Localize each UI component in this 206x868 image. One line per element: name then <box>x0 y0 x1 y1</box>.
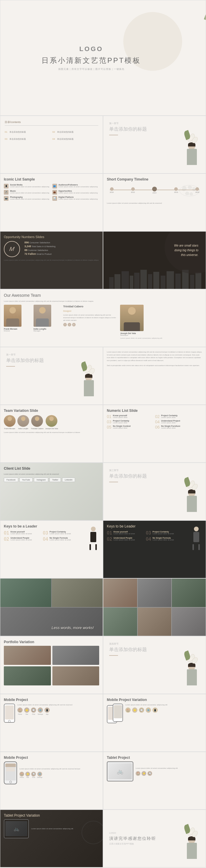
mobile2-desc: Lorem ipsum dolor sit amet consectetur a… <box>20 768 80 778</box>
member-1: Frank Moraan Director <box>4 305 31 339</box>
section1-line <box>109 135 118 135</box>
iconic-item-5: 📷 Photography Lorem ipsum dolor sit amet… <box>4 196 51 201</box>
mvi-4: ⚙️ <box>146 707 151 713</box>
mvi-1: 🏠 <box>125 707 131 713</box>
mob-icon-2: ⭐ Star <box>24 707 29 715</box>
photo-quote: Less words, more works! <box>51 625 94 630</box>
opportunity-visual: M <box>4 241 20 257</box>
kd-2: 03 Project CertainlyLorem ipsum dolor si… <box>146 531 184 535</box>
iconic-text-6: Digital Platform Lorem ipsum dolor sit a… <box>58 196 98 200</box>
ending-slide: LOGO 演讲完毕感谢您位聆听 日系小清新文艺范PPT模板 <box>103 810 206 867</box>
mobile2-features: 🏠 Home ⭐ Star 💬 Chat ⚙️ Settings <box>20 772 80 778</box>
toc-item-2: 02 单击添加您的标题 <box>52 129 98 134</box>
photo-grid-right <box>103 579 206 636</box>
row-section2: 第一章节 单击添加你的标题 Lorem ipsum dolor sit amet… <box>0 347 206 405</box>
section4-label: 第四章节 <box>109 642 200 646</box>
photo-overlay: Less words, more works! <box>51 625 94 630</box>
opportunity-slide: Opportunity Numbers Slides M 896 Consume… <box>0 231 103 289</box>
opportunity-title: Opportunity Numbers Slides <box>4 235 99 239</box>
world-map-deco <box>178 184 201 197</box>
tp-1: 2010 <box>110 187 113 194</box>
iconic-icon-1: 📱 <box>4 184 8 188</box>
iconic-text-2: Audience/Followers Lorem ipsum dolor sit… <box>58 184 98 188</box>
cover-slide: LOGO 日系小清新文艺范PPT模板 插图元素｜所有文字可以修改｜图片可以替换｜… <box>0 0 206 116</box>
mobile-var-desc: Lorem ipsum dolor sit amet consectetur a… <box>125 704 168 713</box>
city-quote-box: We are small starsdoing big things tothi… <box>174 243 198 257</box>
photo-3: Less words, more works! <box>0 608 103 636</box>
opportunity-content: M 896 Consumer Satisfaction 3,248 Total … <box>4 241 99 257</box>
mobile-project2-slide: Mobile Project Lorem ipsum dolor sit ame… <box>0 752 103 810</box>
mobile-project-slide: Mobile Project Lorem ipsum dolor sit ame… <box>0 694 103 752</box>
stat-4: 72 Fallon Small to Product <box>24 252 55 255</box>
tv-name-1: Frank Moraan <box>4 428 16 429</box>
member-4-name: Joseph Del Vala <box>120 332 202 334</box>
stat-3: 88 Customer Satisfaction <box>24 249 55 252</box>
nl-2: 02 Project CertainlyLorem ipsum dolor <box>155 414 202 418</box>
mobile-icons: 🏠 Home ⭐ Star 💬 Chat ⚙️ Settings <box>17 707 72 715</box>
tablet-mockup: 🚲 <box>107 762 133 781</box>
photo-r2 <box>138 579 172 607</box>
tv-member-2: India Longfis <box>17 415 29 429</box>
client-content: Client List Slide Lorem ipsum dolor sit … <box>4 466 99 482</box>
row-iconic-timeline: Iconic List Sample 📱 Social Media Lorem … <box>0 174 206 231</box>
kl-4: 04 No Single FormulaLorem ipsum dolor si… <box>43 537 81 541</box>
tablet-project-slide: Tablet Project 🚲 Lorem ipsum dolor sit a… <box>103 752 206 810</box>
member-4-role: Developer <box>120 334 202 336</box>
team-title: Our Awesome Team <box>4 293 202 298</box>
port-1 <box>4 646 51 665</box>
toc-text-3: 单击添加您的标题 <box>9 138 26 140</box>
mob-icon-5: 📱 App <box>45 707 50 715</box>
toc-item-3: 03 单击添加您的标题 <box>5 135 51 141</box>
svg-rect-4 <box>130 276 133 289</box>
photo-r4 <box>103 608 137 636</box>
team-desc: Lorem ipsum dolor sit amet consectetur a… <box>4 300 202 302</box>
phone-large <box>4 762 17 784</box>
iconic-text-4: Opportunities Lorem ipsum dolor sit amet… <box>58 190 98 194</box>
numeric-title: Numeric List Slide <box>107 409 202 413</box>
tablet-var-mockup: 🚲 <box>4 819 29 838</box>
iconic-text-1: Social Media Lorem ipsum dolor sit amet … <box>10 184 49 188</box>
row-photo-collage: Less words, more works! <box>0 578 206 636</box>
photo-2 <box>52 579 103 607</box>
client-desc: Lorem ipsum dolor sit amet consectetur a… <box>4 473 99 475</box>
row-opportunity: Opportunity Numbers Slides M 896 Consume… <box>0 231 206 289</box>
team-detail: Trinidad Cabero Designer Lorem ipsum dol… <box>63 305 118 339</box>
iconic-text-5: Photography Lorem ipsum dolor sit amet c… <box>10 196 49 200</box>
iconic-title: Iconic List Sample <box>4 177 99 181</box>
mob-icon-4: ⚙️ Settings <box>38 707 43 715</box>
s2-line <box>6 366 15 367</box>
tablet-content: 🚲 Lorem ipsum dolor sit amet consectetur… <box>107 762 202 781</box>
kd-4: 04 No Single FormulaLorem ipsum dolor si… <box>146 537 184 541</box>
client-logo-1: Facebook <box>4 477 18 482</box>
tablet-title: Tablet Project <box>107 755 202 760</box>
mobile-content: Lorem ipsum dolor sit amet consectetur a… <box>4 704 99 723</box>
row-client-section3: Client List Slide Lorem ipsum dolor sit … <box>0 463 206 521</box>
mvi-2: ⭐ <box>132 707 137 713</box>
cover-content: LOGO 日系小清新文艺范PPT模板 插图元素｜所有文字可以修改｜图片可以替换｜… <box>42 45 141 71</box>
toc-num-3: 03 <box>5 138 7 140</box>
client-title: Client List Slide <box>4 466 99 470</box>
m2f-4: ⚙️ Settings <box>37 772 42 778</box>
numeric-grid: 01 Know yourselfLorem ipsum dolor 02 Pro… <box>107 414 202 429</box>
photo-grid-left: Less words, more works! <box>0 579 103 636</box>
mobile-variation-slide: Mobile Project Variation Lorem ipsum dol… <box>103 694 206 752</box>
mvi-5: 📱 <box>152 707 158 713</box>
keys-dark-slide: Keys to be Leader 01 Know yourselfLorem … <box>103 521 206 578</box>
row-tablet-var-ending: Tablet Project Variation 🚲 Lorem ipsum d… <box>0 810 206 867</box>
portfolio-grid <box>4 646 99 685</box>
kl-1: 01 Know yourselfLorem ipsum dolor sit am… <box>4 531 42 535</box>
tv-member-3: Trinidad Cabero <box>31 415 44 429</box>
client-slide: Client List Slide Lorem ipsum dolor sit … <box>0 463 103 521</box>
tv-member-4: Joseph Del Vala <box>45 415 58 429</box>
client-logo-3: Instagram <box>34 477 48 482</box>
tablet-desc: Lorem ipsum dolor sit amet consectetur a… <box>136 767 178 776</box>
m2f-1: 🏠 Home <box>20 772 24 778</box>
iconic-list-slide: Iconic List Sample 📱 Social Media Lorem … <box>0 174 103 231</box>
team-var-title: Team Variation Slide <box>4 409 99 413</box>
section2-label: 第一章节 <box>6 353 97 356</box>
mobile-var-content: Lorem ipsum dolor sit amet consectetur a… <box>107 704 202 722</box>
client-logo-5: LinkedIn <box>62 477 75 482</box>
keys-dark-items: 01 Know yourselfLorem ipsum dolor sit am… <box>107 531 183 541</box>
member-2-name: India Longfis <box>33 328 61 330</box>
keys-light-slide: Keys to be a Leader 01 Know yourselfLore… <box>0 521 103 578</box>
